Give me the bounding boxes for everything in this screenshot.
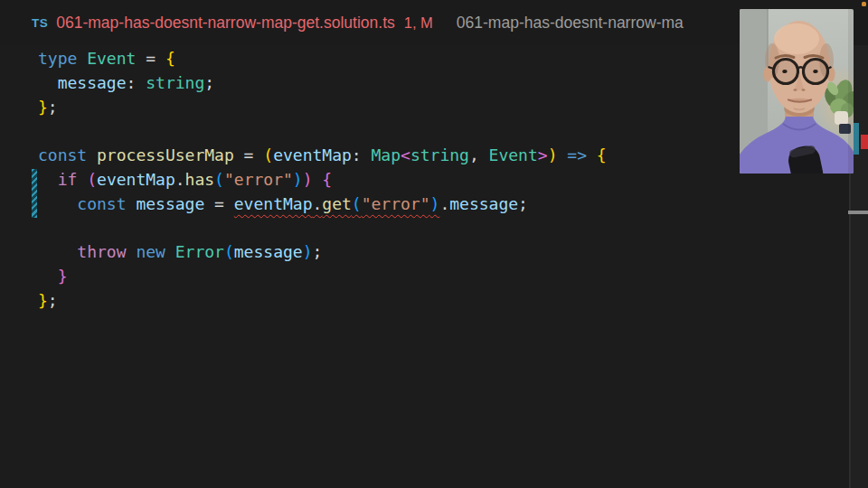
active-tab-title[interactable]: 061-map-has-doesnt-narrow-map-get.soluti…: [56, 14, 394, 33]
code-token: ;: [48, 291, 58, 310]
code-token: get: [322, 194, 352, 213]
code-token: Event: [489, 145, 538, 164]
code-token: ;: [518, 194, 528, 213]
code-token: ): [430, 194, 440, 213]
code-line: };: [38, 96, 607, 120]
code-token: :: [127, 73, 146, 92]
code-token: {: [322, 170, 332, 189]
code-line: message: string;: [38, 71, 607, 96]
code-token: eventMap: [234, 194, 313, 213]
code-token: message: [58, 73, 127, 92]
code-token: [38, 242, 77, 261]
code-token: <: [401, 145, 410, 164]
code-token: processUserMap: [97, 145, 244, 164]
code-token: ): [303, 242, 313, 261]
code-token: }: [38, 98, 48, 117]
code-token: has: [185, 170, 215, 189]
recording-indicator-dot: [862, 2, 866, 6]
error-squiggle: eventMap.get("error"): [234, 194, 440, 213]
code-token: .: [312, 194, 322, 213]
code-token: [313, 170, 323, 189]
code-token: (: [263, 145, 273, 164]
code-line: const message = eventMap.get("error").me…: [38, 192, 607, 217]
code-token: message: [234, 242, 303, 261]
code-line: [38, 119, 607, 144]
code-token: =: [146, 49, 165, 68]
webcam-video: [740, 9, 854, 174]
code-token: :: [352, 145, 372, 164]
code-token: (: [224, 242, 234, 261]
code-token: {: [165, 49, 175, 68]
plant-pot: [835, 111, 848, 125]
code-token: }: [38, 291, 48, 310]
code-token: ,: [469, 145, 489, 164]
code-token: "error": [224, 170, 293, 189]
code-token: type: [38, 49, 87, 68]
code-token: .: [175, 170, 185, 189]
code-token: ;: [204, 73, 214, 92]
code-line: const processUserMap = (eventMap: Map<st…: [38, 144, 607, 168]
code-token: const: [77, 194, 136, 213]
webcam-overlay: [740, 9, 854, 174]
code-token: new: [136, 242, 175, 261]
code-token: }: [58, 267, 68, 286]
code-token: message: [136, 194, 214, 213]
code-token: ): [293, 170, 303, 189]
code-token: =>: [557, 145, 596, 164]
code-token: eventMap: [273, 145, 352, 164]
code-token: [38, 170, 58, 189]
adjacent-tab-title[interactable]: 061-map-has-doesnt-narrow-ma: [457, 14, 684, 33]
code-token: {: [597, 145, 607, 164]
overview-ruler-modified-mark[interactable]: [853, 123, 859, 155]
code-token: (: [352, 194, 362, 213]
code-editor[interactable]: type Event = { message: string;}; const …: [38, 47, 607, 314]
code-token: ;: [312, 242, 322, 261]
typescript-file-icon: TS: [32, 16, 48, 30]
code-token: eventMap: [97, 170, 175, 189]
code-token: [38, 194, 77, 213]
code-token: "error": [362, 194, 430, 213]
code-token: [38, 73, 58, 92]
vscode-window: TS 061-map-has-doesnt-narrow-map-get.sol…: [0, 0, 868, 488]
code-token: Error: [175, 242, 224, 261]
code-line: throw new Error(message);: [38, 240, 607, 265]
code-token: [38, 267, 58, 286]
code-line: if (eventMap.has("error")) {: [38, 168, 607, 192]
overview-ruler-error-mark[interactable]: [861, 135, 868, 149]
code-token: const: [38, 145, 97, 164]
scrollbar-handle[interactable]: [848, 211, 868, 214]
active-tab-problems-badge: 1, M: [404, 14, 433, 32]
code-line: }: [38, 265, 607, 289]
code-line: [38, 217, 607, 241]
code-line: type Event = {: [38, 47, 607, 71]
code-token: =: [214, 194, 234, 213]
code-token: string: [410, 145, 469, 164]
code-token: message: [449, 194, 518, 213]
code-token: ): [303, 170, 313, 189]
code-token: >: [538, 145, 548, 164]
code-token: .: [439, 194, 449, 213]
code-token: Event: [87, 49, 146, 68]
git-modified-gutter-indicator[interactable]: [32, 169, 37, 218]
code-token: Map: [372, 145, 401, 164]
code-token: ;: [48, 98, 58, 117]
code-token: string: [146, 73, 204, 92]
code-token: (: [214, 170, 224, 189]
tab-bar: TS 061-map-has-doesnt-narrow-map-get.sol…: [0, 0, 868, 45]
code-line: };: [38, 289, 607, 314]
code-token: (: [87, 170, 97, 189]
code-token: throw: [77, 242, 136, 261]
code-token: ): [548, 145, 558, 164]
code-token: if: [58, 170, 88, 189]
code-token: =: [244, 145, 264, 164]
